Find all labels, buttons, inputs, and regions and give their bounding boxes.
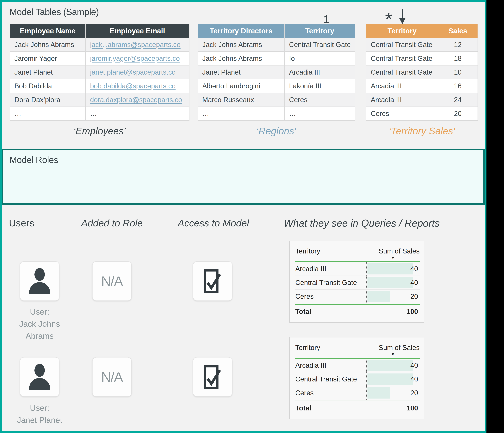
report-sum-header: Sum of Sales ▼: [366, 341, 420, 357]
checked-checkbox-icon: [202, 267, 223, 295]
report-value-cell: 40: [366, 372, 420, 386]
report-territory-header: Territory: [295, 245, 366, 260]
table-row: Jaromir Yagerjaromir.yager@spaceparts.co: [10, 52, 189, 65]
report-total-value: 100: [366, 404, 420, 412]
table-row: Janet PlanetArcadia III: [198, 65, 355, 79]
report-territory-cell: Ceres: [295, 389, 366, 397]
report-territory-cell: Ceres: [295, 293, 366, 300]
model-tables-title: Model Tables (Sample): [9, 7, 99, 17]
table-row: Marco RusseauxCeres: [198, 93, 355, 107]
report-territory-cell: Central Transit Gate: [295, 279, 366, 286]
report-value: 20: [410, 290, 418, 303]
report-value-cell: 40: [366, 262, 420, 276]
report-row: Ceres20: [295, 386, 420, 400]
table-cell: Arcadia III: [285, 65, 355, 79]
table-cell: Io: [285, 52, 355, 65]
table-row: Arcadia III16: [366, 79, 478, 93]
table-row: Janet Planetjanet.planet@spaceparts.co: [10, 65, 189, 79]
employees-table: Employee NameEmployee Email Jack Johns A…: [10, 24, 189, 121]
table-row: Ceres20: [366, 107, 478, 120]
table-row: Central Transit Gate12: [366, 38, 478, 52]
role-na-card: N/A: [92, 261, 132, 301]
na-label: N/A: [101, 369, 123, 385]
table-cell: Arcadia III: [366, 79, 438, 93]
model-roles-section: Model Roles: [2, 149, 485, 205]
table-cell: janet.planet@spaceparts.co: [85, 65, 189, 79]
column-header: Territory: [285, 24, 355, 38]
relationship-line: [320, 9, 320, 24]
table-row: Jack Johns AbramsIo: [198, 52, 355, 65]
report-table: Territory Sum of Sales ▼ Arcadia III40Ce…: [289, 337, 424, 419]
person-icon: [29, 268, 50, 294]
model-roles-title: Model Roles: [9, 155, 58, 165]
report-value-cell: 40: [366, 276, 420, 289]
table-cell: 10: [438, 65, 478, 79]
table-row: Arcadia III24: [366, 93, 478, 107]
data-bar: [368, 263, 413, 275]
email-link[interactable]: bob.dabilda@spaceparts.co: [90, 82, 176, 90]
report-row: Arcadia III40: [295, 359, 420, 372]
user-caption-line: Abrams: [4, 330, 76, 342]
table-cell: Ceres: [285, 93, 355, 107]
report-value-cell: 20: [366, 386, 420, 400]
report-sum-header-label: Sum of Sales: [378, 247, 420, 255]
email-link[interactable]: jack.j.abrams@spaceparts.co: [90, 41, 180, 48]
access-card: [193, 357, 232, 397]
data-bar: [368, 387, 390, 398]
sort-descending-icon: ▼: [366, 351, 420, 357]
table-cell: Marco Russeaux: [198, 93, 285, 107]
report-value-cell: 40: [366, 359, 420, 372]
table-cell: …: [198, 107, 285, 120]
table-cell: Jaromir Yager: [10, 52, 85, 65]
users-column-header: Users: [9, 217, 34, 229]
table-cell: …: [10, 107, 85, 120]
table-cell: Jack Johns Abrams: [198, 52, 285, 65]
column-header: Sales: [438, 24, 478, 38]
table-header-row: Employee NameEmployee Email: [10, 24, 189, 38]
report-sum-header: Sum of Sales ▼: [366, 245, 420, 260]
sort-descending-icon: ▼: [366, 255, 420, 260]
table-cell: jack.j.abrams@spaceparts.co: [85, 38, 189, 52]
column-header: Territory Directors: [198, 24, 285, 38]
table-cell: …: [85, 107, 189, 120]
report-total-row: Total 100: [295, 305, 420, 315]
table-row: Central Transit Gate18: [366, 52, 478, 65]
report-value: 40: [410, 262, 418, 276]
table-row: Jack Johns AbramsCentral Transit Gate: [198, 38, 355, 52]
user-caption-line: User:: [4, 306, 76, 318]
report-value: 20: [410, 386, 418, 400]
report-row: Arcadia III40: [295, 262, 420, 276]
report-total-label: Total: [295, 404, 366, 412]
table-cell: Alberto Lambrogini: [198, 79, 285, 93]
report-header: Territory Sum of Sales ▼: [295, 245, 420, 260]
table-cell: bob.dabilda@spaceparts.co: [85, 79, 189, 93]
table-cell: Jack Johns Abrams: [10, 38, 85, 52]
user-card: [20, 261, 59, 301]
access-to-model-column-header: Access to Model: [178, 217, 249, 229]
employees-caption: ‘Employees’: [10, 125, 189, 137]
table-cell: Lakonía III: [285, 79, 355, 93]
email-link[interactable]: dora.daxplora@spaceparts.co: [90, 96, 182, 103]
user-caption: User: Janet Planet: [4, 402, 76, 426]
email-link[interactable]: janet.planet@spaceparts.co: [90, 68, 176, 76]
table-cell: jaromir.yager@spaceparts.co: [85, 52, 189, 65]
table-row: Central Transit Gate10: [366, 65, 478, 79]
table-cell: Ceres: [366, 107, 438, 120]
added-to-role-column-header: Added to Role: [81, 217, 143, 229]
table-cell: …: [285, 107, 355, 120]
email-link[interactable]: jaromir.yager@spaceparts.co: [90, 55, 180, 62]
column-header: Territory: [366, 24, 438, 38]
table-cell: 16: [438, 79, 478, 93]
table-cell: Dora Dax’plora: [10, 93, 85, 107]
access-card: [193, 261, 232, 301]
table-row: Bob Dabildabob.dabilda@spaceparts.co: [10, 79, 189, 93]
report-total-row: Total 100: [295, 401, 420, 412]
report-value-cell: 20: [366, 290, 420, 303]
report-total-value: 100: [366, 308, 420, 315]
table-cell: 18: [438, 52, 478, 65]
user-caption-line: Janet Planet: [4, 414, 76, 426]
column-header: Employee Email: [85, 24, 189, 38]
table-cell: Central Transit Gate: [366, 65, 438, 79]
table-row: ……: [198, 107, 355, 120]
table-row: Alberto LambroginiLakonía III: [198, 79, 355, 93]
